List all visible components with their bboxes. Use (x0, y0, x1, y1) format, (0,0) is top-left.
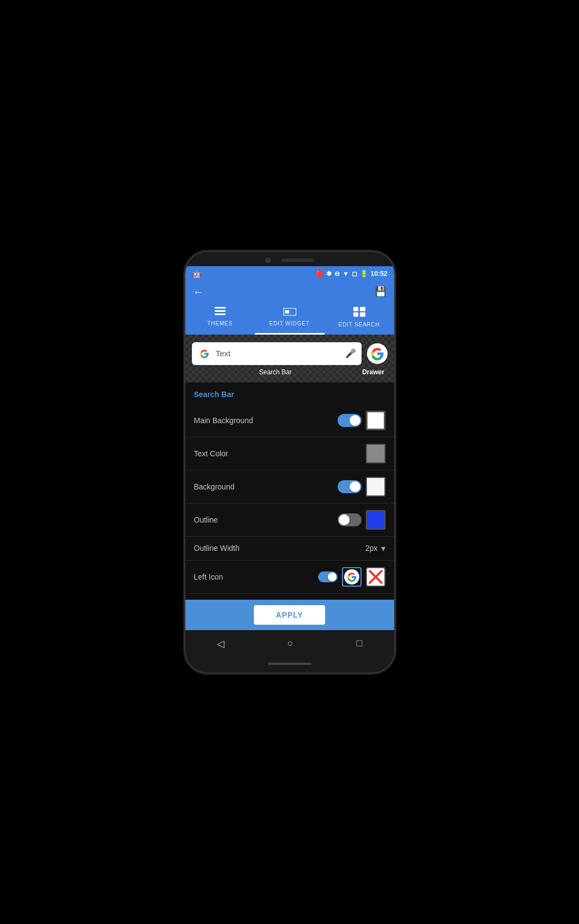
background-toggle[interactable] (338, 480, 362, 493)
phone-bottom (185, 657, 394, 672)
text-color-label: Text Color (194, 449, 360, 458)
setting-row-left-icon: Left Icon (185, 561, 394, 594)
section-title: Search Bar (185, 382, 394, 404)
left-icon-controls (318, 567, 385, 587)
outline-swatch[interactable] (366, 510, 385, 530)
outline-label: Outline (194, 516, 332, 524)
svg-rect-5 (353, 307, 358, 311)
preview-labels: Search Bar Drawer (192, 365, 388, 380)
screen: 🤖 🔴 ✱ ⊖ ▼ ◻ 🔋 10:52 ← 💾 (185, 266, 394, 657)
back-button[interactable]: ← (193, 286, 204, 298)
toggle-knob (350, 415, 360, 426)
nav-back-button[interactable]: ◁ (206, 636, 235, 652)
edit-search-label: EDIT SEARCH (339, 322, 380, 328)
status-left: 🤖 (192, 269, 201, 278)
phone-device: 🤖 🔴 ✱ ⊖ ▼ ◻ 🔋 10:52 ← 💾 (184, 250, 396, 674)
save-button[interactable]: 💾 (375, 286, 387, 298)
setting-row-main-background: Main Background (185, 404, 394, 437)
minus-icon: ⊖ (334, 270, 340, 278)
left-icon-google[interactable] (342, 567, 362, 587)
app-bar: ← 💾 (185, 281, 394, 303)
time-display: 10:52 (371, 270, 388, 278)
left-icon-label: Left Icon (194, 573, 313, 581)
x-option-icon (368, 568, 383, 586)
left-icon-none[interactable] (366, 567, 385, 587)
signal-icon: ◻ (352, 270, 357, 278)
setting-row-outline-width: Outline Width 2px ▾ (185, 537, 394, 561)
google-g-icon (197, 347, 211, 361)
camera (265, 257, 271, 263)
main-background-toggle[interactable] (338, 414, 362, 427)
drawer-icon[interactable] (367, 343, 388, 364)
main-background-swatch[interactable] (366, 411, 385, 430)
svg-rect-7 (353, 312, 358, 317)
svg-rect-2 (215, 313, 226, 315)
toggle-knob (328, 573, 337, 581)
wifi-icon: ▼ (343, 270, 349, 278)
themes-label: THEMES (207, 320, 232, 326)
edit-search-icon (353, 307, 365, 319)
content-area: Text 🎤 (185, 335, 394, 630)
bottom-bar (268, 663, 312, 665)
edit-widget-label: EDIT WIDGET (269, 320, 309, 326)
nav-recents-button[interactable]: □ (346, 636, 373, 651)
bluetooth-icon2: ✱ (326, 270, 332, 278)
tab-edit-widget[interactable]: EDIT WIDGET (255, 303, 325, 335)
background-label: Background (194, 482, 332, 491)
mic-icon: 🎤 (345, 348, 356, 359)
outline-width-dropdown[interactable]: 2px ▾ (365, 543, 385, 554)
bottom-nav: ◁ ○ □ (185, 630, 394, 657)
outline-width-label: Outline Width (194, 544, 360, 552)
svg-rect-4 (285, 310, 289, 313)
widget-preview-area: Text 🎤 (185, 335, 394, 382)
outline-width-value: 2px (365, 544, 378, 552)
google-g-option-icon (344, 568, 359, 586)
phone-top (185, 252, 394, 266)
search-bar-preview[interactable]: Text 🎤 (192, 342, 362, 365)
edit-widget-icon (283, 307, 296, 318)
drawer-google-icon (367, 343, 388, 364)
tab-edit-search[interactable]: EDIT SEARCH (325, 303, 394, 335)
text-color-swatch[interactable] (366, 444, 385, 463)
battery-icon: 🔋 (360, 270, 368, 278)
background-swatch[interactable] (366, 477, 385, 496)
main-background-controls (338, 411, 385, 430)
apply-bar: APPLY (185, 600, 394, 630)
search-preview-text: Text (216, 349, 341, 358)
text-color-controls (366, 444, 385, 463)
background-controls (338, 477, 385, 496)
android-icon: 🤖 (192, 269, 201, 278)
status-bar: 🤖 🔴 ✱ ⊖ ▼ ◻ 🔋 10:52 (185, 266, 394, 281)
left-icon-toggle[interactable] (318, 571, 338, 582)
settings-section: Search Bar Main Background Text Color (185, 382, 394, 600)
nav-home-button[interactable]: ○ (277, 636, 304, 651)
apply-button[interactable]: APPLY (254, 605, 325, 625)
speaker (282, 259, 314, 262)
drawer-label: Drawer (359, 368, 388, 376)
setting-row-outline: Outline (185, 504, 394, 537)
search-bar-label: Search Bar (192, 368, 359, 376)
bluetooth-icon: 🔴 (315, 270, 323, 278)
svg-rect-6 (360, 307, 365, 311)
widget-preview-row: Text 🎤 (192, 342, 388, 365)
setting-row-background: Background (185, 470, 394, 504)
svg-rect-0 (215, 307, 226, 309)
main-background-label: Main Background (194, 416, 332, 425)
status-right: 🔴 ✱ ⊖ ▼ ◻ 🔋 10:52 (315, 270, 388, 278)
svg-rect-1 (215, 310, 226, 312)
toggle-knob (339, 514, 350, 525)
toggle-knob (350, 481, 360, 492)
setting-row-text-color: Text Color (185, 437, 394, 470)
outline-width-controls: 2px ▾ (365, 543, 385, 554)
tab-bar: THEMES EDIT WIDGET (185, 303, 394, 335)
outline-controls (338, 510, 385, 530)
dropdown-arrow-icon: ▾ (381, 543, 385, 554)
tab-themes[interactable]: THEMES (185, 303, 255, 335)
svg-rect-8 (360, 312, 365, 317)
themes-icon (215, 307, 226, 318)
outline-toggle[interactable] (338, 513, 362, 526)
